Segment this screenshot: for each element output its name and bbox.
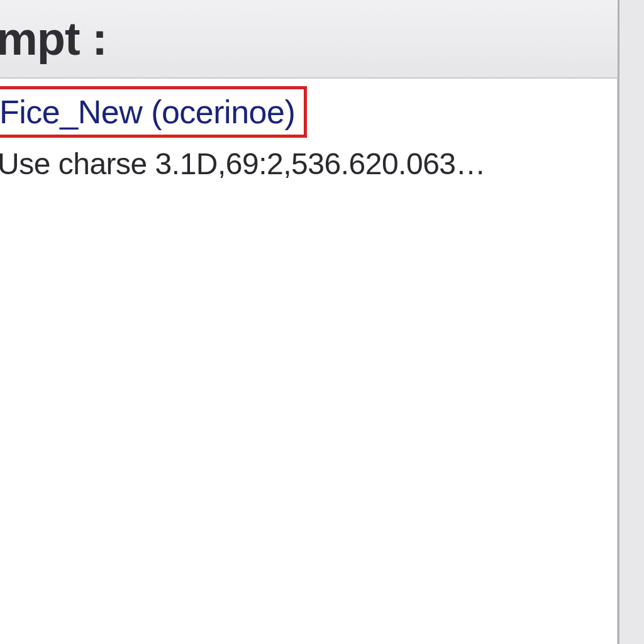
content-area: Fice_New (ocerinoe) Use charse 3.1D,69:2… bbox=[0, 79, 618, 181]
detail-text: Use charse 3.1D,69:2,536.620.063… bbox=[0, 147, 618, 181]
window-title-fragment: mpt : bbox=[0, 12, 107, 65]
app-window: mpt : Fice_New (ocerinoe) Use charse 3.1… bbox=[0, 0, 619, 644]
window-header: mpt : bbox=[0, 0, 618, 79]
selection-highlight: Fice_New (ocerinoe) bbox=[0, 86, 307, 138]
selected-entry-label[interactable]: Fice_New (ocerinoe) bbox=[0, 94, 295, 130]
